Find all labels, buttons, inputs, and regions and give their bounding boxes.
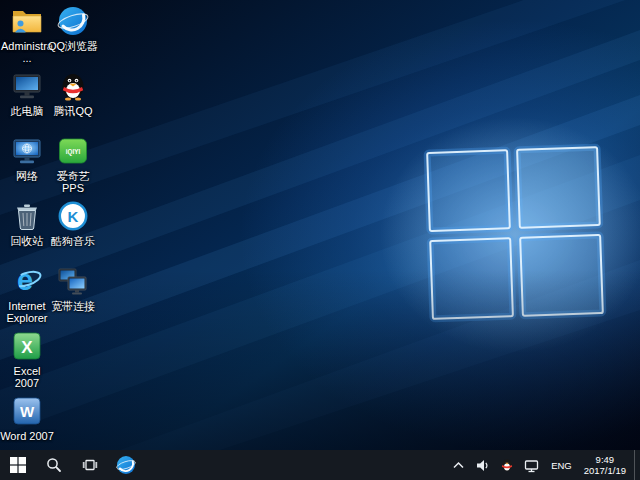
network-tray-icon	[524, 458, 539, 473]
tray-hidden-icons-button[interactable]	[447, 450, 470, 480]
word-letter: W	[20, 403, 35, 420]
start-button[interactable]	[0, 450, 36, 480]
taskbar-qq-browser-button[interactable]	[108, 450, 144, 480]
administrator-folder-icon	[10, 4, 44, 38]
network-icon	[10, 134, 44, 168]
taskbar-left	[0, 450, 144, 480]
icon-label: QQ浏览器	[46, 40, 100, 52]
tray-qq-button[interactable]	[495, 450, 519, 480]
task-view-icon	[82, 457, 98, 473]
taskbar: ENG 9:49 2017/1/19	[0, 450, 640, 480]
desktop-icon-word-2007[interactable]: W Word 2007	[0, 394, 54, 442]
icon-label: 宽带连接	[46, 300, 100, 312]
windows-logo-icon	[9, 456, 27, 474]
tray-language-indicator[interactable]: ENG	[544, 450, 579, 480]
clock-date: 2017/1/19	[584, 465, 626, 476]
show-desktop-button[interactable]	[634, 450, 640, 480]
speaker-icon	[475, 458, 490, 473]
iqiyi-wordmark: iQIYI	[66, 148, 81, 156]
task-view-button[interactable]	[72, 450, 108, 480]
tray-network-button[interactable]	[519, 450, 544, 480]
desktop-icon-broadband[interactable]: 宽带连接	[46, 264, 100, 312]
icon-label: 腾讯QQ	[46, 105, 100, 117]
tray-volume-button[interactable]	[470, 450, 495, 480]
tray-clock[interactable]: 9:49 2017/1/19	[579, 454, 634, 476]
icon-label: 酷狗音乐	[46, 235, 100, 247]
icon-label: Excel 2007	[0, 365, 54, 389]
qq-penguin-tray-icon	[500, 458, 514, 472]
ie-letter: e	[17, 264, 33, 296]
search-icon	[46, 457, 62, 473]
desktop-icon-excel-2007[interactable]: X Excel 2007	[0, 329, 54, 389]
desktop-icon-qq-browser[interactable]: QQ浏览器	[46, 4, 100, 52]
tencent-qq-penguin-icon	[56, 69, 90, 103]
clock-time: 9:49	[584, 454, 626, 465]
desktop-background[interactable]: Administra... 此电脑 网络	[0, 0, 640, 450]
this-pc-icon	[10, 69, 44, 103]
qq-browser-icon	[56, 4, 90, 38]
kugou-letter: K	[68, 208, 79, 225]
internet-explorer-icon: e	[10, 264, 44, 298]
icon-label: 爱奇艺PPS	[46, 170, 100, 194]
excel-letter: X	[21, 338, 33, 357]
search-button[interactable]	[36, 450, 72, 480]
chevron-up-icon	[452, 459, 465, 472]
qq-browser-taskbar-icon	[116, 455, 136, 475]
kugou-music-icon: K	[56, 199, 90, 233]
desktop-icon-iqiyi-pps[interactable]: iQIYI 爱奇艺PPS	[46, 134, 100, 194]
desktop-icon-kugou-music[interactable]: K 酷狗音乐	[46, 199, 100, 247]
recycle-bin-icon	[10, 199, 44, 233]
system-tray: ENG 9:49 2017/1/19	[447, 450, 640, 480]
icon-label: Word 2007	[0, 430, 54, 442]
broadband-connection-icon	[56, 264, 90, 298]
iqiyi-pps-icon: iQIYI	[56, 134, 90, 168]
word-icon: W	[10, 394, 44, 428]
desktop-icon-tencent-qq[interactable]: 腾讯QQ	[46, 69, 100, 117]
excel-icon: X	[10, 329, 44, 363]
